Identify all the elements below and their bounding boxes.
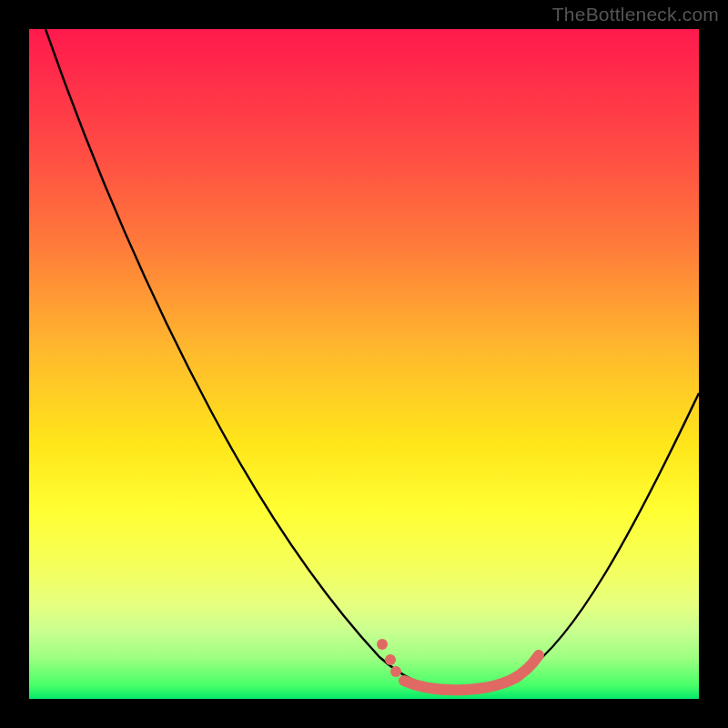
marker-dot: [377, 639, 388, 650]
chart-frame: TheBottleneck.com: [0, 0, 728, 728]
marker-dot: [390, 666, 401, 677]
plot-area: [29, 29, 699, 699]
curve-layer: [29, 29, 699, 699]
watermark-text: TheBottleneck.com: [552, 4, 719, 25]
bottleneck-curve: [46, 29, 699, 688]
optimal-zone-marker: [404, 677, 517, 690]
optimal-zone-marker-right: [511, 655, 539, 680]
marker-dot: [385, 654, 396, 665]
